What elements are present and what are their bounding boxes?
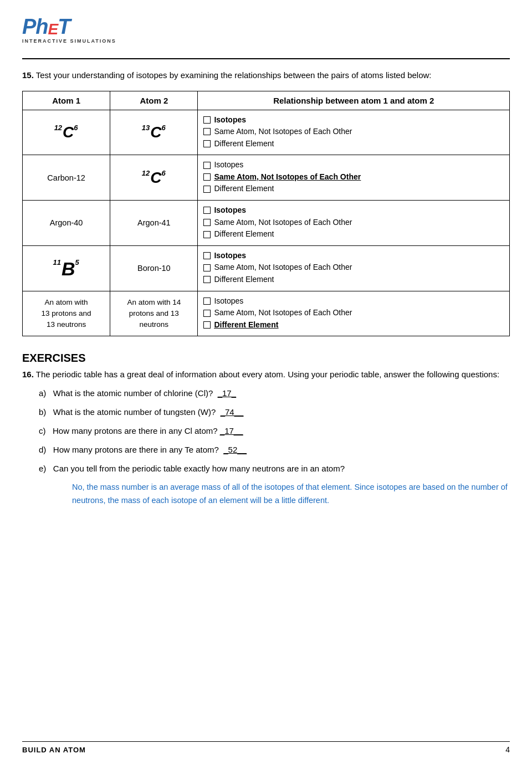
atom1-cell-r1: 12C6 — [23, 110, 110, 155]
option-same-r3: Same Atom, Not Isotopes of Each Other — [203, 217, 504, 228]
sub-q-a-label: a) — [39, 388, 46, 398]
checkbox-group-r3: Isotopes Same Atom, Not Isotopes of Each… — [203, 205, 504, 240]
logo-text: PhET — [22, 16, 70, 37]
logo-subtitle: INTERACTIVE SIMULATIONS — [22, 38, 116, 44]
checkbox-group-r5: Isotopes Same Atom, Not Isotopes of Each… — [203, 296, 504, 331]
sub-q-d-answer: _52__ — [223, 445, 247, 454]
option-diff-r5: Different Element — [203, 320, 504, 331]
checkbox-r5-isotopes — [203, 298, 211, 305]
sub-q-c-label: c) — [39, 426, 46, 435]
question-15-body: Test your understanding of isotopes by e… — [36, 70, 432, 80]
table-row: Argon-40 Argon-41 Isotopes Same Atom, No… — [23, 201, 510, 246]
checkbox-r2-same — [203, 173, 211, 181]
logo: PhET INTERACTIVE SIMULATIONS — [22, 6, 119, 54]
option-isotopes-r2: Isotopes — [203, 160, 504, 171]
atom1-cell-r2: Carbon-12 — [23, 155, 110, 201]
q16-number: 16. — [22, 370, 34, 379]
atom2-cell-r1: 13C6 — [110, 110, 198, 155]
option-diff-r4: Different Element — [203, 274, 504, 285]
exercises-title: EXERCISES — [22, 352, 510, 365]
option-isotopes-r3: Isotopes — [203, 205, 504, 216]
checkbox-r3-same — [203, 219, 211, 226]
checkbox-group-r1: Isotopes Same Atom, Not Isotopes of Each… — [203, 115, 504, 150]
sub-q-c-text: How many protons are there in any Cl ato… — [53, 426, 218, 435]
checkbox-r4-diff — [203, 276, 211, 283]
option-isotopes-r1: Isotopes — [203, 115, 504, 126]
question-15-number: 15. — [22, 70, 34, 80]
sub-q-e-label: e) — [39, 464, 46, 473]
atom2-cell-r4: Boron-10 — [110, 245, 198, 291]
atom2-cell-r3: Argon-41 — [110, 201, 198, 246]
checkbox-r1-diff — [203, 140, 211, 147]
checkbox-r5-diff — [203, 321, 211, 329]
footer-left: BUILD AN ATOM — [22, 746, 86, 754]
relationship-cell-r4: Isotopes Same Atom, Not Isotopes of Each… — [198, 245, 510, 291]
sub-q-a-text: What is the atomic number of chlorine (C… — [53, 388, 213, 398]
table-row: An atom with13 protons and13 neutrons An… — [23, 291, 510, 336]
isotope-table: Atom 1 Atom 2 Relationship between atom … — [22, 91, 510, 337]
atom1-cell-r3: Argon-40 — [23, 201, 110, 246]
relationship-cell-r2: Isotopes Same Atom, Not Isotopes of Each… — [198, 155, 510, 201]
sub-q-e-answer: No, the mass number is an average mass o… — [72, 481, 510, 506]
table-row: 11B5 Boron-10 Isotopes Same Atom, Not Is… — [23, 245, 510, 291]
table-header-atom2: Atom 2 — [110, 91, 198, 110]
option-same-r4: Same Atom, Not Isotopes of Each Other — [203, 262, 504, 273]
atom2-cell-r5: An atom with 14protons and 13neutrons — [110, 291, 198, 336]
sub-q-e: e) Can you tell from the periodic table … — [39, 462, 510, 475]
question-15: 15. Test your understanding of isotopes … — [22, 69, 510, 336]
question-16: 16. The periodic table has a great deal … — [22, 368, 510, 381]
checkbox-r1-isotopes — [203, 116, 211, 124]
sub-q-c-answer: _17__ — [220, 426, 243, 435]
table-row: Carbon-12 12C6 Isotopes Same Atom, Not I… — [23, 155, 510, 201]
checkbox-r1-same — [203, 128, 211, 135]
atom1-cell-r5: An atom with13 protons and13 neutrons — [23, 291, 110, 336]
checkbox-group-r2: Isotopes Same Atom, Not Isotopes of Each… — [203, 160, 504, 194]
sub-q-b: b) What is the atomic number of tungsten… — [39, 406, 510, 419]
option-diff-r2: Different Element — [203, 183, 504, 194]
sub-q-d-label: d) — [39, 445, 46, 454]
sub-q-d-text: How many protons are there in any Te ato… — [53, 445, 219, 454]
question-15-text: 15. Test your understanding of isotopes … — [22, 69, 510, 82]
checkbox-r2-diff — [203, 186, 211, 193]
relationship-cell-r5: Isotopes Same Atom, Not Isotopes of Each… — [198, 291, 510, 336]
atom2-cell-r2: 12C6 — [110, 155, 198, 201]
q16-text: The periodic table has a great deal of i… — [36, 370, 499, 379]
sub-q-c: c) How many protons are there in any Cl … — [39, 424, 510, 438]
sub-q-a: a) What is the atomic number of chlorine… — [39, 387, 510, 400]
checkbox-r3-isotopes — [203, 207, 211, 214]
relationship-cell-r1: Isotopes Same Atom, Not Isotopes of Each… — [198, 110, 510, 155]
table-header-atom1: Atom 1 — [23, 91, 110, 110]
sub-q-a-answer: _17_ — [218, 388, 236, 398]
option-same-r5: Same Atom, Not Isotopes of Each Other — [203, 307, 504, 319]
checkbox-r2-isotopes — [203, 162, 211, 169]
sub-questions: a) What is the atomic number of chlorine… — [39, 387, 510, 506]
page-header: PhET INTERACTIVE SIMULATIONS — [22, 0, 510, 59]
sub-q-d: d) How many protons are there in any Te … — [39, 443, 510, 457]
table-header-relationship: Relationship between atom 1 and atom 2 — [198, 91, 510, 110]
sub-q-b-answer: _74__ — [221, 407, 244, 417]
option-same-r1: Same Atom, Not Isotopes of Each Other — [203, 126, 504, 137]
atom1-cell-r4: 11B5 — [23, 245, 110, 291]
relationship-cell-r3: Isotopes Same Atom, Not Isotopes of Each… — [198, 201, 510, 246]
sub-q-e-text: Can you tell from the periodic table exa… — [53, 464, 345, 473]
checkbox-r5-same — [203, 310, 211, 317]
checkbox-r3-diff — [203, 231, 211, 238]
option-isotopes-r5: Isotopes — [203, 296, 504, 307]
option-same-r2: Same Atom, Not Isotopes of Each Other — [203, 172, 504, 183]
footer-page: 4 — [505, 745, 510, 754]
sub-q-b-label: b) — [39, 407, 46, 417]
option-isotopes-r4: Isotopes — [203, 250, 504, 261]
page-footer: BUILD AN ATOM 4 — [22, 741, 510, 754]
checkbox-group-r4: Isotopes Same Atom, Not Isotopes of Each… — [203, 250, 504, 285]
exercises-section: EXERCISES 16. The periodic table has a g… — [22, 352, 510, 506]
option-diff-r3: Different Element — [203, 229, 504, 240]
sub-q-b-text: What is the atomic number of tungsten (W… — [53, 407, 216, 417]
table-row: 12C6 13C6 Isotopes Same Atom, Not Isotop… — [23, 110, 510, 155]
option-diff-r1: Different Element — [203, 139, 504, 150]
checkbox-r4-same — [203, 264, 211, 271]
checkbox-r4-isotopes — [203, 252, 211, 259]
